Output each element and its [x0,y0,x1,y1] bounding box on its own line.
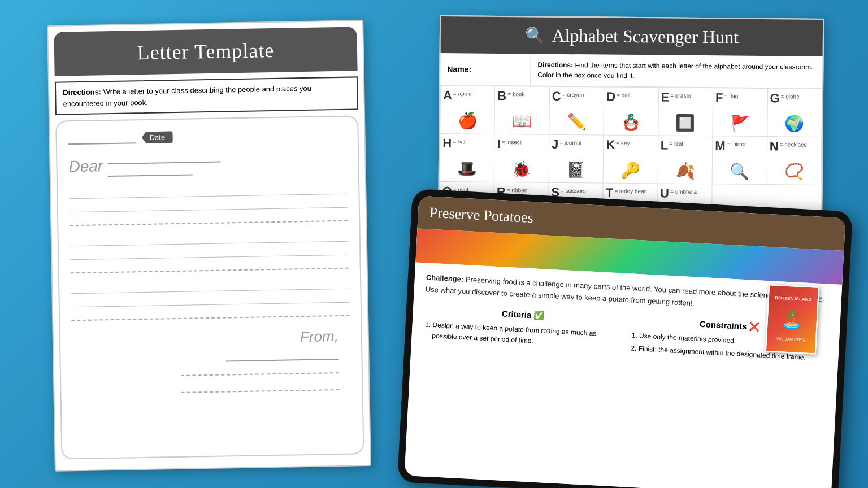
alpha-icon-L: 🍂 [675,162,695,180]
alpha-header-N: N = necklace [770,140,819,153]
alpha-cell-l: L = leaf 🍂 [658,136,713,184]
alpha-letter-U: U [660,187,669,199]
from-dashed-1 [181,363,339,376]
body-lines [69,184,349,321]
alpha-word-L: = leaf [669,141,683,147]
alpha-word-E: = eraser [670,93,691,99]
alpha-word-A: = apple [453,90,472,97]
solid-line-6 [71,293,349,308]
alpha-word-M: = mirror [727,141,747,147]
date-badge: Date [141,131,173,143]
alpha-icon-K: 🔑 [620,161,640,180]
dear-text: Dear [68,157,103,176]
letter-template-header: Letter Template [54,27,357,76]
solid-line-1 [69,184,347,199]
alpha-cell-c: C = crayon ✏️ [549,87,604,136]
alpha-word-C: = crayon [562,91,584,98]
name-label: Name: [447,64,471,73]
letter-body: Date Dear [55,115,364,459]
criteria-item-1: Design a way to keep a potato from rotti… [432,320,622,351]
tablet: Preserve Potatoes Challenge: Preserving … [397,189,853,488]
alpha-icon-N: 📿 [784,162,804,181]
alpha-word-D: = doll [617,92,630,99]
alpha-cell-j: J = journal 📓 [549,135,604,184]
alpha-header-C: C = crayon [552,90,602,103]
date-line [68,132,136,145]
tablet-content: Challenge: Preserving food is a challeng… [405,262,843,488]
alpha-word-I: = insect [502,139,522,146]
alpha-header-L: L = leaf [661,139,710,152]
alpha-letter-B: B [497,90,506,102]
dashed-line-3 [71,306,349,321]
scavenger-info-row: Name: Directions: Find the items that st… [440,53,822,89]
directions-label: Directions: [63,88,101,97]
challenge-label: Challenge: [426,273,464,283]
alpha-icon-M: 🔍 [730,162,749,181]
solid-line-5 [71,279,349,294]
alpha-header-G: G = globe [770,92,819,105]
date-area: Date [68,128,346,145]
book-author: WILLIAM STEIG [776,336,806,343]
alpha-letter-A: A [443,89,452,102]
scavenger-directions-label: Directions: [537,61,573,69]
name-box: Name: [440,53,531,85]
line-group-3 [71,279,349,321]
alpha-header-E: E = eraser [661,91,711,104]
scavenger-header: 🔍 Alphabet Scavenger Hunt [441,16,823,56]
alpha-letter-D: D [606,91,615,103]
alpha-word-G: = globe [781,93,800,100]
alpha-icon-G: 🌍 [784,114,804,133]
alpha-header-M: M = mirror [715,140,765,152]
dear-line: Dear [68,151,347,178]
alpha-cell-e: E = eraser 🔲 [658,88,713,136]
alpha-word-T: = teddy bear [614,188,646,195]
alpha-icon-B: 📖 [512,112,532,130]
alpha-header-I: I = insect [497,138,547,151]
alpha-icon-J: 📓 [566,160,586,179]
line-group-2 [70,232,349,274]
preserve-title: Preserve Potatoes [429,204,533,226]
alpha-cell-n: N = necklace 📿 [767,137,822,185]
book-title-top: ROTTEN ISLAND [775,295,811,304]
alpha-letter-I: I [497,138,501,150]
magnifier-icon: 🔍 [524,25,545,46]
alpha-header-A: A = apple [443,89,493,102]
criteria-section: Criteria ✅ Design a way to keep a potato… [423,304,622,356]
alpha-header-B: B = book [497,90,547,103]
letter-template-paper: Letter Template Directions: Write a lett… [47,20,371,472]
alpha-letter-G: G [770,92,779,104]
alpha-cell-d: D = doll 🪆 [604,88,659,136]
alpha-letter-T: T [606,187,614,199]
tablet-screen: Preserve Potatoes Challenge: Preserving … [405,196,846,488]
alpha-cell-b: B = book 📖 [495,86,550,135]
alpha-word-J: = journal [559,140,581,146]
alpha-header-T: T = teddy bear [606,187,656,200]
alpha-letter-K: K [606,139,615,151]
from-text: From, [300,328,338,345]
dashed-line-1 [70,211,348,226]
alpha-icon-A: 🍎 [458,111,478,130]
alpha-letter-C: C [552,90,561,103]
alpha-cell-i: I = insect 🐞 [494,134,549,183]
alpha-header-K: K = key [606,139,656,152]
alpha-letter-H: H [442,137,452,150]
alpha-letter-L: L [661,139,669,151]
alpha-cell-a: A = apple 🍎 [440,86,495,134]
letter-template-title: Letter Template [137,39,274,64]
alpha-word-B: = book [507,91,524,98]
dear-lines [107,154,221,177]
book-cover: ROTTEN ISLAND 🏝️ WILLIAM STEIG [765,284,819,355]
scavenger-directions-text: Find the items that start with each lett… [537,61,813,80]
alpha-header-J: J = journal [552,138,601,151]
writing-line-1 [107,154,220,164]
alpha-cell-h: H = hat 🎩 [440,134,495,182]
alpha-icon-C: ✏️ [566,112,586,131]
letter-directions: Directions: Write a letter to your class… [55,76,358,115]
alpha-cell-g: G = globe 🌍 [767,89,822,137]
scavenger-title: Alphabet Scavenger Hunt [552,25,739,48]
alpha-icon-H: 🎩 [457,159,477,178]
solid-line-4 [70,245,348,260]
alpha-word-H: = hat [453,138,466,145]
alpha-icon-D: 🪆 [621,113,641,132]
solid-line-2 [70,198,348,213]
